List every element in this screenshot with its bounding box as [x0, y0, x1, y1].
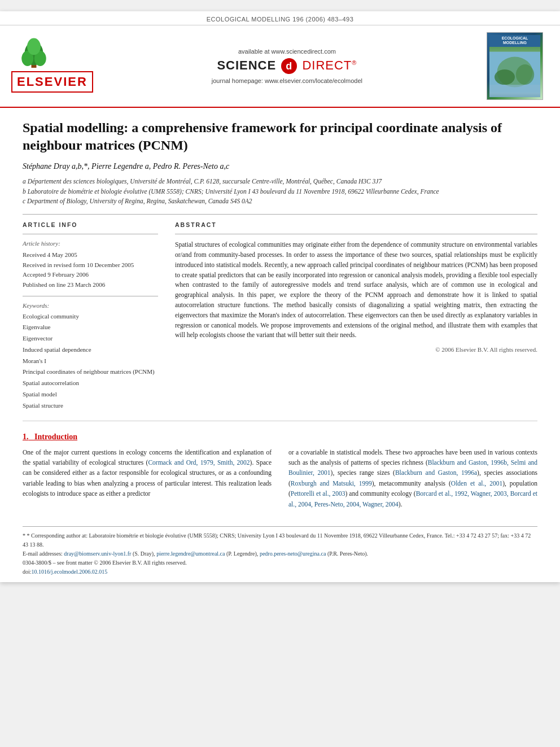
ref-blackburn2[interactable]: Blackburn and Gaston, 1996a [395, 469, 477, 476]
received-date: Received 4 May 2005 [23, 250, 158, 260]
section-title: Introduction [34, 433, 77, 441]
article-content: Spatial modelling: a comprehensive frame… [0, 108, 560, 412]
divider-info [23, 234, 158, 234]
svg-point-8 [516, 64, 534, 85]
published-date: Published on line 23 March 2006 [23, 280, 158, 290]
intro-col2: or a covariable in statistical models. T… [288, 447, 537, 509]
footnote-doi: doi:10.1016/j.ecolmodel.2006.02.015 [23, 567, 537, 576]
intro-two-col: One of the major current questions in ec… [23, 447, 537, 509]
revised-date: Received in revised form 10 December 200… [23, 260, 158, 270]
ref-roxburgh[interactable]: Roxburgh and Matsuki, 1999 [291, 480, 372, 487]
science-text: SCIENCE [217, 58, 276, 72]
abstract-column: ABSTRACT Spatial structures of ecologica… [175, 221, 537, 412]
email-peresneto[interactable]: pedro.peres-neto@uregina.ca [260, 551, 326, 557]
affiliation-a: a Département des sciences biologiques, … [23, 177, 537, 186]
keyword-item: Spatial autocorrelation [23, 378, 158, 389]
footnote-issn: 0304-3800/$ – see front matter © 2006 El… [23, 558, 537, 567]
keyword-item: Moran's I [23, 356, 158, 367]
svg-rect-9 [489, 85, 540, 93]
authors-line: Stéphane Dray a,b,*, Pierre Legendre a, … [23, 162, 537, 171]
keyword-item: Ecological community [23, 311, 158, 322]
article-title: Spatial modelling: a comprehensive frame… [23, 119, 537, 154]
ref-cormack[interactable]: Cormack and Ord, 1979, Smith, 2002 [148, 459, 250, 466]
email-legendre[interactable]: pierre.legendre@umontreal.ca [156, 551, 225, 557]
journal-citation: ECOLOGICAL MODELLING 196 (2006) 483–493 [207, 16, 354, 23]
intro-heading: 1. Introduction [23, 433, 537, 442]
svg-point-7 [495, 69, 515, 85]
keywords-label: Keywords: [23, 302, 158, 309]
elsevier-text-logo: ELSEVIER [11, 71, 93, 93]
keyword-item: Induced spatial dependence [23, 344, 158, 356]
page: ECOLOGICAL MODELLING 196 (2006) 483–493 … [0, 11, 560, 582]
ref-pettorelli[interactable]: Pettorelli et al., 2003 [291, 490, 345, 497]
keyword-item: Spatial structure [23, 400, 158, 412]
abstract-label: ABSTRACT [175, 221, 537, 228]
history-label: Article history: [23, 240, 158, 247]
keyword-item: Eigenvector [23, 333, 158, 344]
body-section: 1. Introduction One of the major current… [0, 421, 560, 521]
doi-link[interactable]: 10.1016/j.ecolmodel.2006.02.015 [32, 569, 108, 575]
copyright: © 2006 Elsevier B.V. All rights reserved… [175, 346, 537, 353]
divider-keywords [23, 296, 158, 296]
article-info-abstract: ARTICLE INFO Article history: Received 4… [23, 221, 537, 412]
article-info-label: ARTICLE INFO [23, 221, 158, 228]
abstract-text: Spatial structures of ecological communi… [175, 240, 537, 340]
email-dray[interactable]: dray@biomserv.univ-lyon1.fr [64, 551, 131, 557]
ref-olden[interactable]: Olden et al., 2001 [451, 480, 502, 487]
intro-col1-text: One of the major current questions in ec… [23, 447, 272, 499]
affiliation-c: c Department of Biology, University of R… [23, 196, 537, 206]
footnote-section: * * Corresponding author at: Laboratoire… [23, 526, 537, 582]
divider [23, 214, 537, 215]
homepage-text: journal homepage: www.elsevier.com/locat… [212, 77, 362, 84]
available-text: available at www.sciencedirect.com [238, 48, 336, 55]
elsevier-branding: ELSEVIER [11, 32, 93, 100]
affiliations: a Département des sciences biologiques, … [23, 177, 537, 206]
sciencedirect-branding: available at www.sciencedirect.com SCIEN… [93, 32, 481, 100]
sciencedirect-logo: SCIENCE d DIRECT® [217, 58, 357, 74]
cover-title: ECOLOGICALMODELLING [489, 35, 540, 47]
keyword-item: Eigenvalue [23, 322, 158, 333]
footnote-corresponding: * * Corresponding author at: Laboratoire… [23, 531, 537, 549]
journal-cover: ECOLOGICALMODELLING [487, 32, 543, 100]
journal-header: ELSEVIER available at www.sciencedirect.… [0, 25, 560, 108]
keywords-list: Ecological communityEigenvalueEigenvecto… [23, 311, 158, 412]
d-icon: d [281, 58, 297, 74]
direct-text: DIRECT® [302, 58, 357, 72]
cover-image [489, 47, 540, 97]
accepted-date: Accepted 9 February 2006 [23, 270, 158, 280]
journal-info-bar: ECOLOGICAL MODELLING 196 (2006) 483–493 [0, 11, 560, 25]
affiliation-b: b Laboratoire de biométrie et biologie é… [23, 187, 537, 196]
keyword-item: Principal coordinates of neighbour matri… [23, 366, 158, 378]
journal-cover-container: ECOLOGICALMODELLING [481, 32, 549, 100]
divider-abstract [175, 234, 537, 234]
intro-col2-text: or a covariable in statistical models. T… [288, 447, 537, 509]
keyword-item: Spatial model [23, 389, 158, 400]
svg-point-4 [27, 38, 41, 55]
intro-col1: One of the major current questions in ec… [23, 447, 272, 509]
section-number: 1. [23, 433, 29, 441]
article-info-column: ARTICLE INFO Article history: Received 4… [23, 221, 158, 412]
footnote-emails: E-mail addresses: dray@biomserv.univ-lyo… [23, 549, 537, 558]
elsevier-logo-icon [11, 37, 56, 71]
